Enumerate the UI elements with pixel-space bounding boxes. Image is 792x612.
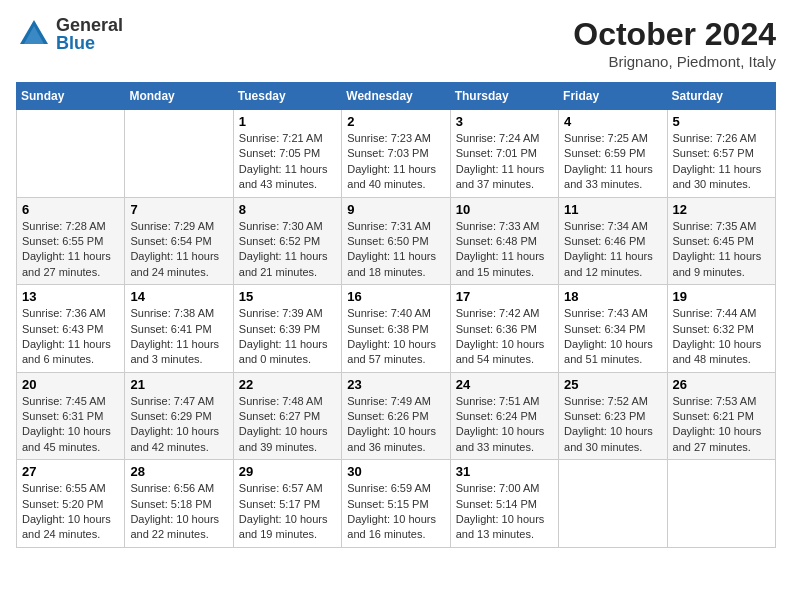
weekday-header: Tuesday (233, 83, 341, 110)
day-number: 21 (130, 377, 227, 392)
weekday-header-row: SundayMondayTuesdayWednesdayThursdayFrid… (17, 83, 776, 110)
cell-info: Sunrise: 7:48 AMSunset: 6:27 PMDaylight:… (239, 394, 336, 456)
calendar-cell: 19Sunrise: 7:44 AMSunset: 6:32 PMDayligh… (667, 285, 775, 373)
cell-info: Sunrise: 7:29 AMSunset: 6:54 PMDaylight:… (130, 219, 227, 281)
day-number: 4 (564, 114, 661, 129)
cell-info: Sunrise: 7:36 AMSunset: 6:43 PMDaylight:… (22, 306, 119, 368)
calendar-cell: 28Sunrise: 6:56 AMSunset: 5:18 PMDayligh… (125, 460, 233, 548)
calendar-cell: 2Sunrise: 7:23 AMSunset: 7:03 PMDaylight… (342, 110, 450, 198)
calendar-cell: 15Sunrise: 7:39 AMSunset: 6:39 PMDayligh… (233, 285, 341, 373)
weekday-header: Friday (559, 83, 667, 110)
cell-info: Sunrise: 7:35 AMSunset: 6:45 PMDaylight:… (673, 219, 770, 281)
cell-info: Sunrise: 7:23 AMSunset: 7:03 PMDaylight:… (347, 131, 444, 193)
cell-info: Sunrise: 7:49 AMSunset: 6:26 PMDaylight:… (347, 394, 444, 456)
cell-info: Sunrise: 7:21 AMSunset: 7:05 PMDaylight:… (239, 131, 336, 193)
day-number: 13 (22, 289, 119, 304)
calendar-cell: 16Sunrise: 7:40 AMSunset: 6:38 PMDayligh… (342, 285, 450, 373)
cell-info: Sunrise: 7:42 AMSunset: 6:36 PMDaylight:… (456, 306, 553, 368)
cell-info: Sunrise: 7:51 AMSunset: 6:24 PMDaylight:… (456, 394, 553, 456)
day-number: 12 (673, 202, 770, 217)
cell-info: Sunrise: 6:55 AMSunset: 5:20 PMDaylight:… (22, 481, 119, 543)
day-number: 26 (673, 377, 770, 392)
calendar-cell: 22Sunrise: 7:48 AMSunset: 6:27 PMDayligh… (233, 372, 341, 460)
day-number: 8 (239, 202, 336, 217)
cell-info: Sunrise: 6:59 AMSunset: 5:15 PMDaylight:… (347, 481, 444, 543)
calendar-cell: 12Sunrise: 7:35 AMSunset: 6:45 PMDayligh… (667, 197, 775, 285)
calendar-cell: 18Sunrise: 7:43 AMSunset: 6:34 PMDayligh… (559, 285, 667, 373)
calendar-cell: 7Sunrise: 7:29 AMSunset: 6:54 PMDaylight… (125, 197, 233, 285)
calendar-cell: 25Sunrise: 7:52 AMSunset: 6:23 PMDayligh… (559, 372, 667, 460)
cell-info: Sunrise: 7:44 AMSunset: 6:32 PMDaylight:… (673, 306, 770, 368)
calendar-cell: 14Sunrise: 7:38 AMSunset: 6:41 PMDayligh… (125, 285, 233, 373)
day-number: 17 (456, 289, 553, 304)
day-number: 24 (456, 377, 553, 392)
calendar-week-row: 1Sunrise: 7:21 AMSunset: 7:05 PMDaylight… (17, 110, 776, 198)
cell-info: Sunrise: 7:00 AMSunset: 5:14 PMDaylight:… (456, 481, 553, 543)
day-number: 14 (130, 289, 227, 304)
logo-general: General (56, 16, 123, 34)
calendar-cell (559, 460, 667, 548)
calendar-cell: 9Sunrise: 7:31 AMSunset: 6:50 PMDaylight… (342, 197, 450, 285)
cell-info: Sunrise: 7:26 AMSunset: 6:57 PMDaylight:… (673, 131, 770, 193)
day-number: 27 (22, 464, 119, 479)
cell-info: Sunrise: 7:30 AMSunset: 6:52 PMDaylight:… (239, 219, 336, 281)
day-number: 20 (22, 377, 119, 392)
calendar-table: SundayMondayTuesdayWednesdayThursdayFrid… (16, 82, 776, 548)
month-title: October 2024 (573, 16, 776, 53)
day-number: 30 (347, 464, 444, 479)
logo-text: General Blue (56, 16, 123, 52)
cell-info: Sunrise: 7:43 AMSunset: 6:34 PMDaylight:… (564, 306, 661, 368)
cell-info: Sunrise: 7:47 AMSunset: 6:29 PMDaylight:… (130, 394, 227, 456)
calendar-cell: 29Sunrise: 6:57 AMSunset: 5:17 PMDayligh… (233, 460, 341, 548)
logo: General Blue (16, 16, 123, 52)
day-number: 15 (239, 289, 336, 304)
calendar-cell: 27Sunrise: 6:55 AMSunset: 5:20 PMDayligh… (17, 460, 125, 548)
cell-info: Sunrise: 7:45 AMSunset: 6:31 PMDaylight:… (22, 394, 119, 456)
calendar-header: SundayMondayTuesdayWednesdayThursdayFrid… (17, 83, 776, 110)
calendar-cell (17, 110, 125, 198)
day-number: 11 (564, 202, 661, 217)
cell-info: Sunrise: 7:38 AMSunset: 6:41 PMDaylight:… (130, 306, 227, 368)
cell-info: Sunrise: 7:39 AMSunset: 6:39 PMDaylight:… (239, 306, 336, 368)
day-number: 3 (456, 114, 553, 129)
day-number: 2 (347, 114, 444, 129)
day-number: 9 (347, 202, 444, 217)
day-number: 1 (239, 114, 336, 129)
calendar-week-row: 13Sunrise: 7:36 AMSunset: 6:43 PMDayligh… (17, 285, 776, 373)
logo-icon (16, 16, 52, 52)
calendar-week-row: 27Sunrise: 6:55 AMSunset: 5:20 PMDayligh… (17, 460, 776, 548)
cell-info: Sunrise: 7:53 AMSunset: 6:21 PMDaylight:… (673, 394, 770, 456)
calendar-week-row: 20Sunrise: 7:45 AMSunset: 6:31 PMDayligh… (17, 372, 776, 460)
cell-info: Sunrise: 7:33 AMSunset: 6:48 PMDaylight:… (456, 219, 553, 281)
cell-info: Sunrise: 7:31 AMSunset: 6:50 PMDaylight:… (347, 219, 444, 281)
cell-info: Sunrise: 7:24 AMSunset: 7:01 PMDaylight:… (456, 131, 553, 193)
calendar-body: 1Sunrise: 7:21 AMSunset: 7:05 PMDaylight… (17, 110, 776, 548)
day-number: 16 (347, 289, 444, 304)
logo-blue: Blue (56, 34, 123, 52)
weekday-header: Thursday (450, 83, 558, 110)
calendar-cell: 11Sunrise: 7:34 AMSunset: 6:46 PMDayligh… (559, 197, 667, 285)
location: Brignano, Piedmont, Italy (573, 53, 776, 70)
day-number: 25 (564, 377, 661, 392)
calendar-cell: 23Sunrise: 7:49 AMSunset: 6:26 PMDayligh… (342, 372, 450, 460)
cell-info: Sunrise: 7:52 AMSunset: 6:23 PMDaylight:… (564, 394, 661, 456)
calendar-cell: 6Sunrise: 7:28 AMSunset: 6:55 PMDaylight… (17, 197, 125, 285)
weekday-header: Saturday (667, 83, 775, 110)
cell-info: Sunrise: 6:57 AMSunset: 5:17 PMDaylight:… (239, 481, 336, 543)
cell-info: Sunrise: 7:28 AMSunset: 6:55 PMDaylight:… (22, 219, 119, 281)
day-number: 22 (239, 377, 336, 392)
cell-info: Sunrise: 7:34 AMSunset: 6:46 PMDaylight:… (564, 219, 661, 281)
calendar-cell: 8Sunrise: 7:30 AMSunset: 6:52 PMDaylight… (233, 197, 341, 285)
calendar-cell (125, 110, 233, 198)
weekday-header: Wednesday (342, 83, 450, 110)
calendar-cell: 31Sunrise: 7:00 AMSunset: 5:14 PMDayligh… (450, 460, 558, 548)
day-number: 19 (673, 289, 770, 304)
calendar-cell: 5Sunrise: 7:26 AMSunset: 6:57 PMDaylight… (667, 110, 775, 198)
day-number: 23 (347, 377, 444, 392)
calendar-cell: 21Sunrise: 7:47 AMSunset: 6:29 PMDayligh… (125, 372, 233, 460)
cell-info: Sunrise: 7:40 AMSunset: 6:38 PMDaylight:… (347, 306, 444, 368)
calendar-cell (667, 460, 775, 548)
page-header: General Blue October 2024 Brignano, Pied… (16, 16, 776, 70)
day-number: 28 (130, 464, 227, 479)
day-number: 7 (130, 202, 227, 217)
